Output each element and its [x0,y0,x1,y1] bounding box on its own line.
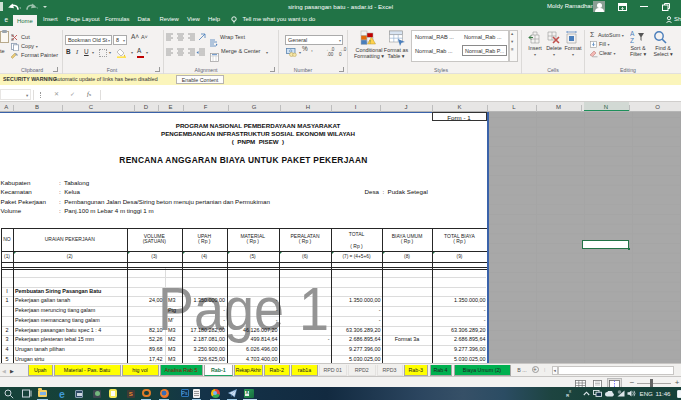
svg-text:A: A [630,30,635,37]
svg-text:Z: Z [630,37,634,44]
